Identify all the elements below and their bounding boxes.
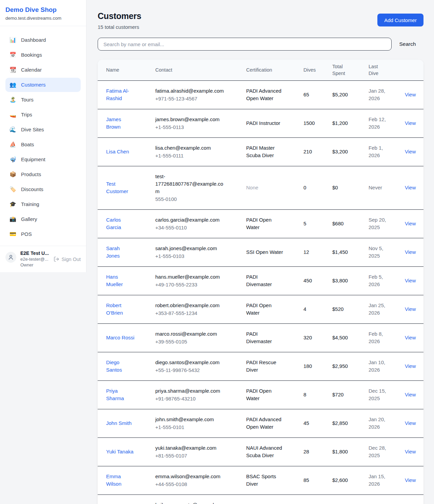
customer-name-link[interactable]: Fatima Al-Rashid bbox=[106, 88, 129, 101]
table-row: Robert O'Brienrobert.obrien@example.com+… bbox=[98, 295, 423, 323]
customer-name-link[interactable]: James Brown bbox=[106, 116, 121, 130]
customer-certification: BSAC Sports Diver bbox=[238, 466, 295, 494]
customer-total-spent: $720 bbox=[324, 380, 360, 409]
view-link[interactable]: View bbox=[405, 221, 416, 226]
customer-name-link[interactable]: John Smith bbox=[106, 420, 132, 426]
customer-name-link[interactable]: Yuki Tanaka bbox=[106, 449, 134, 454]
view-link[interactable]: View bbox=[405, 335, 416, 340]
sign-out-button[interactable]: Sign Out bbox=[54, 256, 81, 262]
customer-actions-cell: View bbox=[391, 380, 423, 409]
customer-actions-cell: View bbox=[391, 238, 423, 266]
sidebar-item-dive-sites[interactable]: 🌊Dive Sites bbox=[5, 123, 81, 137]
view-link[interactable]: View bbox=[405, 278, 416, 283]
view-link[interactable]: View bbox=[405, 449, 416, 454]
customer-contact-cell: sarah.jones@example.com+1-555-0103 bbox=[147, 238, 238, 266]
view-link[interactable]: View bbox=[405, 363, 416, 369]
customer-email: test-1772681807767@example.com bbox=[155, 173, 224, 195]
customer-last-dive: Sep 20, 2025 bbox=[360, 209, 391, 238]
search-input[interactable] bbox=[98, 38, 392, 51]
table-row: Fatima Al-Rashidfatima.alrashid@example.… bbox=[98, 80, 423, 109]
customer-last-dive: Dec 15, 2025 bbox=[360, 380, 391, 409]
customer-certification: PADI Divemaster bbox=[238, 323, 295, 352]
customer-total-spent: $2,950 bbox=[324, 352, 360, 380]
sidebar-item-pos[interactable]: 💳POS bbox=[5, 227, 81, 241]
column-header-contact: Contact bbox=[147, 60, 238, 80]
view-link[interactable]: View bbox=[405, 120, 416, 126]
sidebar-item-discounts[interactable]: 🏷️Discounts bbox=[5, 182, 81, 197]
sidebar-item-label: Training bbox=[21, 201, 39, 208]
customer-name-link[interactable]: Diego Santos bbox=[106, 359, 122, 373]
sidebar-item-tours[interactable]: 🏝️Tours bbox=[5, 93, 81, 107]
calendar-icon: 📅 bbox=[9, 51, 16, 59]
customer-last-dive: Feb 8, 2026 bbox=[360, 323, 391, 352]
sidebar-item-equipment[interactable]: 🤿Equipment bbox=[5, 152, 81, 167]
customer-total-spent: $1,450 bbox=[324, 238, 360, 266]
customer-name-link[interactable]: Sarah Jones bbox=[106, 245, 120, 259]
customer-dives: 65 bbox=[295, 80, 324, 109]
camera-icon: 📸 bbox=[9, 216, 16, 223]
sidebar-item-dashboard[interactable]: 📊Dashboard bbox=[5, 33, 81, 47]
customer-name-link[interactable]: Robert O'Brien bbox=[106, 302, 123, 316]
customer-certification: PADI Open Water bbox=[238, 295, 295, 323]
customer-last-dive: Feb 5, 2026 bbox=[360, 266, 391, 295]
customer-actions-cell: View bbox=[391, 109, 423, 137]
customer-name-link[interactable]: Test Customer bbox=[106, 181, 128, 194]
table-row: Keiko Yamamotokeiko.yamamoto@example.com… bbox=[98, 494, 423, 504]
view-link[interactable]: View bbox=[405, 306, 416, 312]
customer-total-spent: $520 bbox=[324, 295, 360, 323]
customer-contact-cell: emma.wilson@example.com+44-555-0108 bbox=[147, 466, 238, 494]
customer-name-cell: Yuki Tanaka bbox=[98, 437, 147, 466]
column-header-last-dive: Last Dive bbox=[360, 60, 391, 80]
customer-total-spent: $2,600 bbox=[324, 466, 360, 494]
customer-name-link[interactable]: Hans Mueller bbox=[106, 274, 123, 287]
table-row: Hans Muellerhans.mueller@example.com+49-… bbox=[98, 266, 423, 295]
view-link[interactable]: View bbox=[405, 185, 416, 190]
shop-domain: demo.test.divestreams.com bbox=[5, 16, 81, 21]
sidebar-item-boats[interactable]: ⛵Boats bbox=[5, 137, 81, 152]
sidebar-item-calendar[interactable]: 📆Calendar bbox=[5, 63, 81, 77]
view-link[interactable]: View bbox=[405, 249, 416, 255]
sidebar-item-customers[interactable]: 👥Customers bbox=[5, 78, 81, 92]
customer-certification: NAUI Advanced Scuba Diver bbox=[238, 437, 295, 466]
customer-actions-cell: View bbox=[391, 295, 423, 323]
search-button[interactable]: Search bbox=[392, 41, 423, 47]
table-row: Marco Rossimarco.rossi@example.com+39-55… bbox=[98, 323, 423, 352]
sidebar-item-bookings[interactable]: 📅Bookings bbox=[5, 48, 81, 62]
sidebar-item-trips[interactable]: 🚤Trips bbox=[5, 108, 81, 122]
column-header-actions bbox=[391, 60, 423, 80]
customer-name-link[interactable]: Marco Rossi bbox=[106, 335, 134, 340]
sidebar-item-products[interactable]: 📦Products bbox=[5, 167, 81, 182]
customer-name-link[interactable]: Carlos Garcia bbox=[106, 217, 121, 230]
view-link[interactable]: View bbox=[405, 477, 416, 483]
view-link[interactable]: View bbox=[405, 392, 416, 397]
people-icon: 👥 bbox=[9, 81, 16, 89]
sidebar-item-gallery[interactable]: 📸Gallery bbox=[5, 212, 81, 226]
sidebar-item-label: Tours bbox=[21, 96, 34, 104]
user-name: E2E Test U... bbox=[20, 250, 49, 256]
speedboat-icon: 🚤 bbox=[9, 111, 16, 118]
customer-name-link[interactable]: Lisa Chen bbox=[106, 149, 129, 154]
customer-name-cell: Marco Rossi bbox=[98, 323, 147, 352]
view-link[interactable]: View bbox=[405, 420, 416, 426]
customer-phone: +81-555-0107 bbox=[155, 452, 224, 460]
customer-dives: 28 bbox=[295, 437, 324, 466]
customer-last-dive: Jan 10, 2026 bbox=[360, 352, 391, 380]
customer-total-spent: $2,850 bbox=[324, 409, 360, 437]
customer-last-dive: Jan 28, 2026 bbox=[360, 80, 391, 109]
sidebar-item-training[interactable]: 🎓Training bbox=[5, 197, 81, 211]
search-bar: Search bbox=[98, 38, 423, 51]
customer-contact-cell: yuki.tanaka@example.com+81-555-0107 bbox=[147, 437, 238, 466]
customer-phone: +49-170-555-2233 bbox=[155, 281, 224, 288]
customer-name-link[interactable]: Priya Sharma bbox=[106, 388, 124, 401]
column-header-name: Name bbox=[98, 60, 147, 80]
customer-dives: 45 bbox=[295, 409, 324, 437]
view-link[interactable]: View bbox=[405, 92, 416, 97]
sidebar-item-label: Equipment bbox=[21, 156, 45, 163]
view-link[interactable]: View bbox=[405, 149, 416, 154]
customer-name-link[interactable]: Emma Wilson bbox=[106, 473, 121, 487]
table-row: Emma Wilsonemma.wilson@example.com+44-55… bbox=[98, 466, 423, 494]
customer-total-spent: $1,200 bbox=[324, 109, 360, 137]
add-customer-button[interactable]: Add Customer bbox=[377, 14, 423, 26]
table-row: Yuki Tanakayuki.tanaka@example.com+81-55… bbox=[98, 437, 423, 466]
customer-name-cell: Carlos Garcia bbox=[98, 209, 147, 238]
